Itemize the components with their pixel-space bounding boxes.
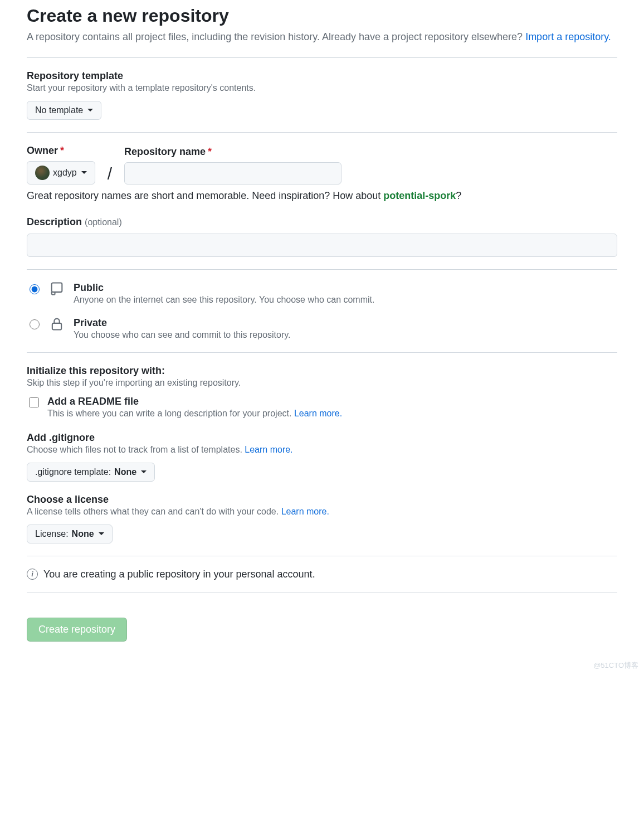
- description-input[interactable]: [27, 234, 617, 257]
- template-help: Start your repository with a template re…: [27, 83, 617, 93]
- readme-desc: This is where you can write a long descr…: [47, 409, 342, 419]
- create-repository-button[interactable]: Create repository: [27, 618, 127, 642]
- subtitle-text: A repository contains all project files,…: [27, 31, 525, 42]
- gitignore-btn-prefix: .gitignore template:: [35, 467, 111, 477]
- visibility-public-radio[interactable]: [30, 284, 40, 294]
- initialize-skip-text: Skip this step if you're importing an ex…: [27, 378, 617, 388]
- public-title: Public: [74, 282, 374, 294]
- private-title: Private: [74, 317, 291, 329]
- divider: [27, 269, 617, 270]
- page-subtitle: A repository contains all project files,…: [27, 30, 617, 45]
- license-heading: Choose a license: [27, 494, 617, 506]
- repo-name-label: Repository name*: [124, 146, 341, 158]
- suggested-name-link[interactable]: potential-spork: [383, 190, 456, 201]
- divider: [27, 57, 617, 58]
- license-btn-value: None: [72, 529, 94, 539]
- private-desc: You choose who can see and commit to thi…: [74, 330, 291, 340]
- visibility-private-radio[interactable]: [30, 319, 40, 329]
- gitignore-learn-more-link[interactable]: Learn more.: [245, 445, 292, 454]
- required-star: *: [60, 145, 64, 156]
- readme-learn-more-link[interactable]: Learn more.: [294, 409, 342, 418]
- readme-desc-text: This is where you can write a long descr…: [47, 409, 294, 418]
- public-desc: Anyone on the internet can see this repo…: [74, 295, 374, 305]
- name-inspiration: Great repository names are short and mem…: [27, 190, 617, 202]
- svg-rect-1: [52, 323, 61, 330]
- divider: [27, 352, 617, 353]
- required-star: *: [208, 146, 212, 157]
- license-help-text: A license tells others what they can and…: [27, 507, 281, 516]
- owner-select-button[interactable]: xgdyp: [27, 161, 95, 185]
- repo-icon: [49, 281, 66, 299]
- import-repository-link[interactable]: Import a repository.: [525, 31, 611, 42]
- initialize-heading: Initialize this repository with:: [27, 365, 617, 377]
- owner-repo-separator: /: [108, 166, 112, 185]
- divider: [27, 593, 617, 593]
- add-readme-checkbox[interactable]: [29, 397, 39, 407]
- info-text: You are creating a public repository in …: [43, 569, 315, 580]
- info-icon: i: [27, 569, 38, 580]
- owner-name: xgdyp: [53, 168, 77, 178]
- readme-title: Add a README file: [47, 396, 342, 407]
- license-select-button[interactable]: License: None: [27, 525, 113, 543]
- divider: [27, 132, 617, 133]
- optional-text: (optional): [85, 217, 122, 227]
- chevron-down-icon: [99, 532, 104, 535]
- info-banner: i You are creating a public repository i…: [27, 569, 617, 580]
- inspiration-suffix: ?: [456, 190, 461, 201]
- repository-name-input[interactable]: [124, 162, 341, 185]
- chevron-down-icon: [87, 109, 93, 111]
- gitignore-help: Choose which files not to track from a l…: [27, 445, 617, 455]
- avatar: [35, 166, 50, 180]
- lock-icon: [49, 316, 66, 334]
- page-title: Create a new repository: [27, 6, 617, 26]
- svg-rect-0: [52, 283, 62, 292]
- owner-label: Owner*: [27, 145, 95, 157]
- template-select-value: No template: [35, 105, 83, 115]
- chevron-down-icon: [81, 171, 87, 174]
- watermark: @51CTO博客: [593, 661, 638, 671]
- divider: [27, 556, 617, 556]
- visibility-public-option[interactable]: Public Anyone on the internet can see th…: [27, 282, 617, 305]
- owner-label-text: Owner: [27, 145, 58, 156]
- template-label: Repository template: [27, 70, 617, 82]
- license-learn-more-link[interactable]: Learn more.: [281, 507, 329, 516]
- inspiration-prefix: Great repository names are short and mem…: [27, 190, 383, 201]
- gitignore-heading: Add .gitignore: [27, 432, 617, 444]
- visibility-private-option[interactable]: Private You choose who can see and commi…: [27, 317, 617, 340]
- gitignore-help-text: Choose which files not to track from a l…: [27, 445, 245, 454]
- description-label-text: Description: [27, 216, 82, 227]
- gitignore-select-button[interactable]: .gitignore template: None: [27, 463, 155, 482]
- template-select-button[interactable]: No template: [27, 101, 101, 120]
- chevron-down-icon: [141, 470, 147, 473]
- description-label: Description (optional): [27, 216, 617, 228]
- repo-name-label-text: Repository name: [124, 146, 206, 157]
- gitignore-btn-value: None: [114, 467, 136, 477]
- license-btn-prefix: License:: [35, 529, 69, 539]
- add-readme-option[interactable]: Add a README file This is where you can …: [27, 396, 617, 419]
- license-help: A license tells others what they can and…: [27, 507, 617, 517]
